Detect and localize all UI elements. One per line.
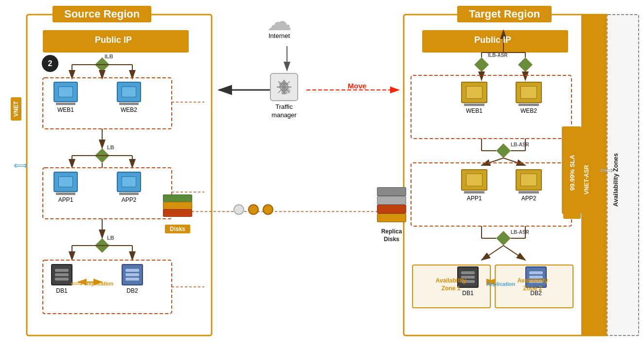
disks-group: Disks	[161, 190, 195, 233]
source-public-ip-label: Public IP	[95, 35, 132, 45]
source-app1-vm: APP1	[54, 172, 78, 203]
svg-rect-53	[411, 163, 572, 226]
source-web1-vm: WEB1	[54, 82, 78, 113]
target-lb-asr-label-2: LB-ASR	[511, 229, 529, 235]
svg-rect-45	[411, 75, 572, 139]
svg-marker-19	[95, 148, 109, 163]
peer-connection-icon-target: ⟺	[600, 164, 614, 176]
target-web1-vm: WEB1	[461, 82, 487, 114]
internet-cloud: ☁ Internet	[267, 9, 292, 39]
svg-marker-38	[518, 57, 533, 72]
target-region-label: Target Region	[457, 6, 552, 22]
svg-marker-10	[95, 57, 109, 72]
source-replication-arrow: ⟺ Replication	[71, 278, 113, 289]
svg-line-59	[482, 246, 503, 260]
vnet-label: VNET	[11, 97, 21, 121]
svg-line-51	[482, 158, 503, 165]
source-region-label: Source Region	[53, 6, 151, 22]
svg-overlay	[0, 0, 644, 353]
svg-marker-54	[496, 231, 511, 246]
move-label: Move	[348, 82, 366, 90]
source-ilb-label: ILB	[105, 53, 113, 59]
target-app1-vm: APP1	[461, 169, 487, 202]
svg-marker-46	[496, 143, 511, 158]
zone-2-label: AvailabilityZone 2	[501, 277, 564, 292]
traffic-manager: Trafficmanager	[270, 73, 298, 120]
svg-line-52	[503, 158, 525, 165]
sla-badge: 99.99% SLA	[563, 126, 581, 219]
target-ilb-asr-label: ILB-ASR	[488, 53, 508, 58]
vnet-asr-label: VNET-ASR	[583, 29, 590, 331]
svg-line-60	[503, 246, 525, 260]
source-lb-label-1: LB	[107, 144, 114, 150]
source-db1: DB1	[51, 264, 72, 294]
replica-disks-group: ReplicaDisks	[375, 187, 409, 243]
source-lb-label-2: LB	[107, 235, 114, 241]
target-lb-asr-label-1: LB-ASR	[511, 142, 529, 147]
zone-1-label: AvailabilityZone 1	[419, 277, 483, 292]
source-app2-vm: APP2	[117, 172, 141, 203]
diagram-container: VNET Source Region Public IP 2 ILB WEB1 …	[0, 0, 644, 353]
availability-zones-label: Availability Zones	[612, 29, 619, 331]
target-public-ip-label: Public IP	[474, 35, 511, 45]
svg-marker-37	[474, 57, 489, 72]
replication-transfer-icons	[233, 204, 273, 215]
peer-connection-icon-source: ⟺	[14, 159, 28, 171]
source-db2: DB2	[122, 264, 143, 294]
target-app2-vm: APP2	[516, 169, 542, 202]
source-number-badge: 2	[42, 55, 58, 72]
target-web2-vm: WEB2	[516, 82, 542, 114]
source-web2-vm: WEB2	[117, 82, 141, 113]
